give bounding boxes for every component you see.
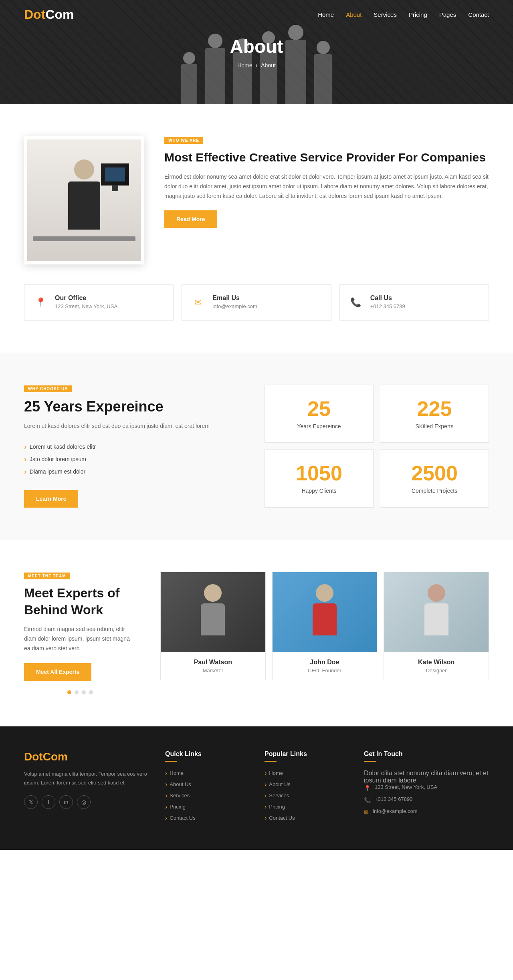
stat-projects: 2500 Complete Projects <box>380 449 489 508</box>
quick-link-contact[interactable]: Contact Us <box>165 815 248 822</box>
why-body: Lorem ut kasd dolores elitr sed est duo … <box>24 421 248 431</box>
nav-contact[interactable]: Contact <box>468 11 489 18</box>
team-cards: Paul Watson Marketer John Doe CEO, Found… <box>160 572 489 680</box>
why-left: WHY CHOOSE US 25 Years Expereince Lorem … <box>24 385 248 508</box>
carousel-dot-1[interactable] <box>67 690 71 694</box>
read-more-button[interactable]: Read More <box>164 210 217 228</box>
john-figure <box>309 584 341 640</box>
stat-experts-label: SKilled Experts <box>416 423 454 430</box>
kate-figure <box>420 584 452 640</box>
stat-clients-number: 1050 <box>296 463 342 484</box>
nav-links: Home About Services Pricing Pages Contac… <box>318 11 489 18</box>
about-tag: WHO WE ARE <box>164 137 203 144</box>
about-heading: Most Effective Creative Service Provider… <box>164 149 489 165</box>
footer-quick-links: Quick Links Home About Us Services Prici… <box>165 750 248 826</box>
office-title: Our Office <box>55 294 117 302</box>
carousel-dot-3[interactable] <box>82 690 86 694</box>
nav-home[interactable]: Home <box>318 11 334 18</box>
carousel-dot-4[interactable] <box>89 690 93 694</box>
why-heading: 25 Years Expereince <box>24 398 248 415</box>
quick-link-home[interactable]: Home <box>165 770 248 777</box>
stat-projects-number: 2500 <box>411 463 458 484</box>
paul-body <box>201 603 225 635</box>
instagram-icon[interactable]: ◎ <box>77 795 91 809</box>
popular-link-home[interactable]: Home <box>265 770 348 777</box>
popular-link-contact[interactable]: Contact Us <box>265 815 348 822</box>
footer-contact: Get In Touch Dolor clita stet nonumy cli… <box>364 750 489 826</box>
learn-more-button[interactable]: Learn More <box>24 490 78 508</box>
why-list-item-2: Jsto dolor lorem ipsum <box>24 453 248 466</box>
team-section: MEET THE TEAM Meet Experts of Behind Wor… <box>0 540 513 726</box>
footer: DotCom Volup amet magna clita tempor. Te… <box>0 726 513 850</box>
footer-logo[interactable]: DotCom <box>24 750 149 763</box>
twitter-icon[interactable]: 𝕏 <box>24 795 38 809</box>
team-left: MEET THE TEAM Meet Experts of Behind Wor… <box>24 572 136 694</box>
why-tag: WHY CHOOSE US <box>24 385 72 392</box>
about-body: Eirmod est dolor nonumy sea amet dolore … <box>164 172 489 201</box>
info-card-email-text: Email Us info@example.com <box>212 294 257 309</box>
monitor-stand <box>112 185 118 191</box>
contact-desc: Dolor clita stet nonumy clita diam vero,… <box>364 770 489 784</box>
contact-phone-item: 📞 +012 345 67890 <box>364 796 489 803</box>
info-card-call-text: Call Us +012 345 6789 <box>370 294 405 309</box>
logo[interactable]: DotCom <box>24 7 74 22</box>
john-name: John Doe <box>279 659 371 666</box>
team-card-john: John Doe CEO, Founder <box>272 572 378 680</box>
monitor <box>101 163 129 186</box>
address-icon: 📍 <box>364 785 371 791</box>
meet-all-experts-button[interactable]: Meet All Experts <box>24 663 91 681</box>
nav-pricing[interactable]: Pricing <box>409 11 427 18</box>
info-card-email: ✉ Email Us info@example.com <box>182 284 331 321</box>
phone-icon: 📞 <box>348 294 364 311</box>
stat-years-label: Years Expereince <box>297 423 341 430</box>
call-detail: +012 345 6789 <box>370 303 405 309</box>
breadcrumb-home[interactable]: Home <box>237 62 252 69</box>
team-body: Eirmod diam magna sed sea rebum, elitr d… <box>24 625 136 653</box>
paul-role: Marketer <box>167 667 259 673</box>
paul-name: Paul Watson <box>167 659 259 666</box>
popular-link-pricing[interactable]: Pricing <box>265 803 348 811</box>
info-card-office-text: Our Office 123 Street, New York, USA <box>55 294 117 309</box>
email-footer-icon: ✉ <box>364 809 369 815</box>
why-list-item-1: Lorem ut kasd dolores elitr <box>24 441 248 453</box>
stat-projects-label: Complete Projects <box>412 488 457 494</box>
email-icon: ✉ <box>190 294 206 311</box>
john-head <box>316 584 333 602</box>
desk-person-body <box>68 181 100 230</box>
john-info: John Doe CEO, Founder <box>273 652 377 680</box>
about-top: WHO WE ARE Most Effective Creative Servi… <box>24 136 489 264</box>
footer-logo-part2: Com <box>43 750 68 763</box>
why-list: Lorem ut kasd dolores elitr Jsto dolor l… <box>24 441 248 478</box>
team-photo-john <box>273 572 377 652</box>
quick-link-pricing[interactable]: Pricing <box>165 803 248 811</box>
popular-links-title: Popular Links <box>265 750 348 762</box>
contact-address: 123 Street, New York, USA <box>375 784 437 790</box>
why-list-item-3: Diama ipsum est dolor <box>24 466 248 478</box>
kate-info: Kate Wilson Designer <box>384 652 489 680</box>
info-cards: 📍 Our Office 123 Street, New York, USA ✉… <box>24 284 489 321</box>
about-image <box>24 136 144 264</box>
carousel-dot-2[interactable] <box>75 690 79 694</box>
contact-email-item: ✉ info@example.com <box>364 808 489 815</box>
why-stats: 25 Years Expereince 225 SKilled Experts … <box>265 385 489 508</box>
quick-link-services[interactable]: Services <box>165 792 248 799</box>
popular-link-services[interactable]: Services <box>265 792 348 799</box>
footer-popular-links: Popular Links Home About Us Services Pri… <box>265 750 348 826</box>
quick-link-about[interactable]: About Us <box>165 781 248 788</box>
kate-body <box>424 603 448 635</box>
kate-head <box>428 584 445 602</box>
social-icons: 𝕏 f in ◎ <box>24 795 149 809</box>
nav-about[interactable]: About <box>346 11 362 18</box>
breadcrumb-sep: / <box>256 62 257 69</box>
call-title: Call Us <box>370 294 405 302</box>
hero-title: About <box>230 36 283 57</box>
paul-info: Paul Watson Marketer <box>161 652 265 680</box>
nav-services[interactable]: Services <box>374 11 397 18</box>
popular-link-about[interactable]: About Us <box>265 781 348 788</box>
stat-experts: 225 SKilled Experts <box>380 385 489 443</box>
about-section: WHO WE ARE Most Effective Creative Servi… <box>0 104 513 353</box>
popular-links-list: Home About Us Services Pricing Contact U… <box>265 770 348 822</box>
linkedin-icon[interactable]: in <box>59 795 73 809</box>
nav-pages[interactable]: Pages <box>439 11 456 18</box>
facebook-icon[interactable]: f <box>42 795 55 809</box>
